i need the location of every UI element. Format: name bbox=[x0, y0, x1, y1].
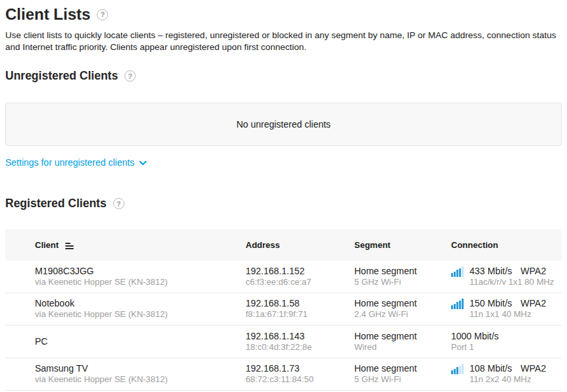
unregistered-clients-heading: Unregistered Clients bbox=[5, 69, 118, 83]
column-header-connection: Connection bbox=[451, 240, 562, 250]
wifi-signal-icon bbox=[451, 266, 464, 277]
client-name: M1908C3JGG bbox=[35, 266, 246, 277]
wifi-signal-icon bbox=[451, 364, 464, 374]
client-band: Wired bbox=[354, 342, 451, 353]
client-via: via Keenetic Hopper SE (KN-3812) bbox=[35, 309, 246, 320]
client-security: WPA2 bbox=[521, 298, 547, 308]
client-speed: 1000 Mbit/s bbox=[451, 331, 499, 341]
client-band: 2.4 GHz Wi-Fi bbox=[354, 309, 451, 320]
client-speed: 108 Mbit/s bbox=[470, 363, 512, 374]
client-speed: 150 Mbit/s bbox=[470, 298, 512, 308]
client-via: via Keenetic Hopper SE (KN-3812) bbox=[35, 374, 246, 385]
client-segment: Home segment bbox=[354, 298, 451, 309]
registered-clients-table: Client Address Segment Connection M1908C… bbox=[5, 230, 562, 391]
empty-message: No unregistered clients bbox=[236, 119, 331, 130]
unregistered-clients-empty-panel: No unregistered clients bbox=[5, 103, 562, 146]
client-mac: 68:72:c3:11:84:50 bbox=[246, 374, 354, 385]
help-icon[interactable]: ? bbox=[113, 198, 124, 209]
column-header-address: Address bbox=[246, 240, 354, 250]
help-icon[interactable]: ? bbox=[124, 70, 136, 82]
client-ip: 192.168.1.152 bbox=[246, 266, 354, 277]
client-segment: Home segment bbox=[354, 266, 451, 277]
client-connection-detail: 11ac/k/r/v 1x1 80 MHz bbox=[470, 277, 554, 287]
client-segment: Home segment bbox=[354, 331, 451, 342]
client-segment: Home segment bbox=[354, 363, 451, 374]
client-name: Notebook bbox=[35, 298, 246, 309]
page-title-row: Client Lists ? bbox=[5, 5, 562, 24]
registered-clients-heading-row: Registered Clients ? bbox=[5, 197, 562, 210]
client-security: WPA2 bbox=[521, 363, 547, 374]
sort-icon[interactable] bbox=[65, 243, 74, 249]
registered-clients-heading: Registered Clients bbox=[5, 197, 107, 210]
help-icon[interactable]: ? bbox=[97, 9, 108, 20]
column-header-segment: Segment bbox=[354, 240, 451, 250]
page-description: Use client lists to quickly locate clien… bbox=[5, 30, 562, 53]
client-speed: 433 Mbit/s bbox=[470, 266, 512, 276]
client-mac: c6:f3:ee:d6:ce:a7 bbox=[246, 277, 354, 287]
client-name: PC bbox=[35, 336, 246, 347]
client-mac: f8:1a:67:1f:9f:71 bbox=[246, 309, 354, 320]
settings-link-label: Settings for unregistered clients bbox=[5, 157, 134, 168]
table-row[interactable]: M1908C3JGG via Keenetic Hopper SE (KN-38… bbox=[5, 260, 562, 293]
column-header-client-label: Client bbox=[35, 240, 59, 250]
client-band: 5 GHz Wi-Fi bbox=[354, 277, 451, 287]
table-header-row: Client Address Segment Connection bbox=[5, 230, 562, 260]
client-lists-page: Client Lists ? Use client lists to quick… bbox=[0, 0, 567, 391]
client-name: Samsung TV bbox=[35, 363, 246, 374]
table-row[interactable]: Notebook via Keenetic Hopper SE (KN-3812… bbox=[5, 293, 562, 326]
chevron-down-icon bbox=[139, 160, 147, 166]
client-mac: 18:c0:4d:3f:22:8e bbox=[246, 342, 354, 353]
wifi-signal-icon bbox=[451, 299, 464, 309]
client-connection-detail: 11n 1x1 40 MHz bbox=[470, 309, 546, 320]
table-row[interactable]: Samsung TV via Keenetic Hopper SE (KN-38… bbox=[5, 358, 562, 391]
client-ip: 192.168.1.73 bbox=[246, 363, 354, 374]
client-connection-detail: Port 1 bbox=[451, 342, 507, 353]
unregistered-clients-heading-row: Unregistered Clients ? bbox=[5, 69, 562, 83]
client-ip: 192.168.1.143 bbox=[246, 331, 354, 342]
client-ip: 192.168.1.58 bbox=[246, 298, 354, 309]
page-title: Client Lists bbox=[5, 5, 90, 24]
client-connection-detail: 11n 2x2 40 MHz bbox=[470, 374, 546, 385]
client-band: 5 GHz Wi-Fi bbox=[354, 374, 451, 385]
client-security: WPA2 bbox=[521, 266, 547, 276]
table-row[interactable]: PC 192.168.1.143 18:c0:4d:3f:22:8e Home … bbox=[5, 326, 562, 358]
client-via: via Keenetic Hopper SE (KN-3812) bbox=[35, 277, 246, 287]
settings-for-unregistered-clients-link[interactable]: Settings for unregistered clients bbox=[5, 157, 147, 168]
column-header-client[interactable]: Client bbox=[35, 240, 246, 250]
